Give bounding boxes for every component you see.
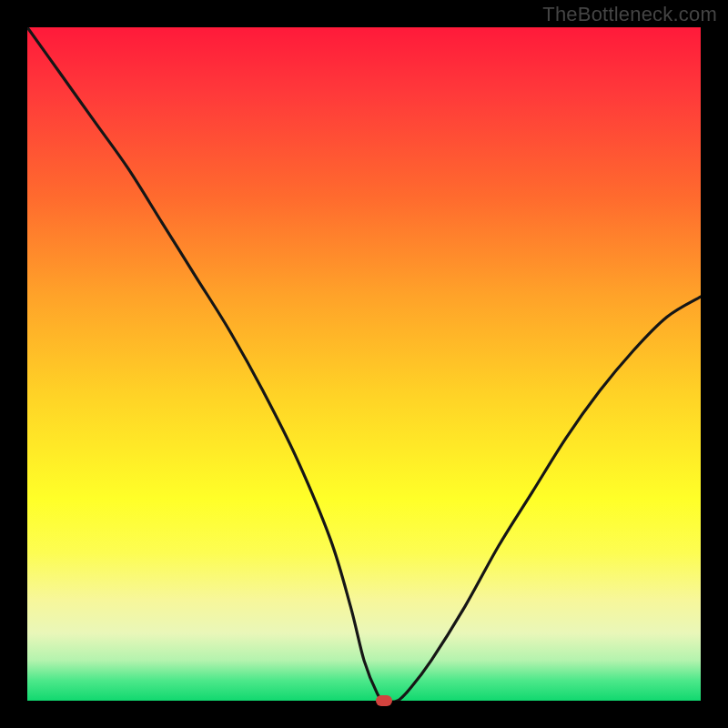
chart-frame: TheBottleneck.com — [0, 0, 728, 728]
plot-gradient-area — [27, 27, 701, 701]
bottleneck-marker — [376, 695, 392, 706]
watermark-text: TheBottleneck.com — [542, 3, 717, 26]
